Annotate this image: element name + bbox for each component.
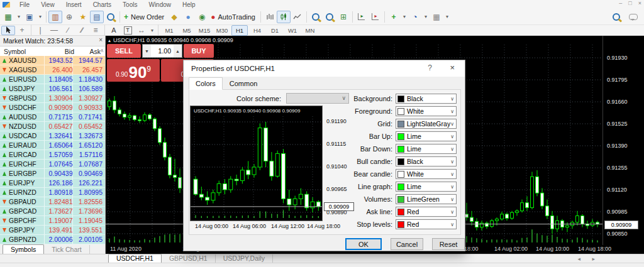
fibonacci-tool-icon[interactable]: ≡ (89, 26, 103, 35)
profiles-button[interactable]: ▣ (23, 11, 36, 23)
navigator-icon[interactable]: ★ (76, 11, 90, 23)
color-select-bear-candle[interactable]: White∨ (396, 169, 457, 179)
alerts-icon[interactable]: ◆ (167, 11, 181, 23)
market-watch-row[interactable]: XAUUSD1943.521944.57 (0, 56, 105, 65)
restore-icon[interactable]: □ (628, 0, 631, 6)
periods-dropdown-icon[interactable]: ▾ (422, 11, 430, 23)
channel-tool-icon[interactable]: ∕∕ (75, 26, 89, 35)
cursor-tool-icon[interactable] (1, 26, 15, 35)
arrows-tool-icon[interactable]: ↔ (135, 26, 148, 35)
data-window-icon[interactable]: ⊕ (62, 11, 76, 23)
community-icon[interactable]: ● (181, 11, 195, 23)
minimize-icon[interactable]: – (619, 0, 622, 6)
timeframe-mn[interactable]: MN (302, 25, 318, 36)
market-watch-row[interactable]: GBPUSD1.309041.30927 (0, 94, 105, 103)
column-symbol[interactable]: Symbol (0, 48, 45, 55)
color-select-grid[interactable]: LightSlateGray∨ (396, 119, 457, 129)
volume-up-icon[interactable]: ▲ (174, 45, 182, 57)
periods-button[interactable]: ◔ (408, 11, 422, 23)
market-watch-row[interactable]: USDCHF0.909090.90933 (0, 103, 105, 112)
trendline-tool-icon[interactable]: ∕ (61, 26, 75, 35)
text-tool-icon[interactable]: A (107, 26, 121, 35)
autotrading-button[interactable]: ● AutoTrading (209, 11, 258, 23)
market-watch-row[interactable]: GBPNZD2.000062.00105 (0, 235, 105, 244)
panel-tab-symbols[interactable]: Symbols (3, 244, 44, 254)
chat-icon[interactable] (629, 14, 638, 20)
arrows-dropdown-icon[interactable]: ▾ (148, 26, 156, 35)
color-select-stop-levels[interactable]: Red∨ (396, 219, 457, 229)
chart-tab-usdjpy-daily[interactable]: USDJPY,Daily (216, 254, 273, 263)
menu-file[interactable]: File (14, 1, 35, 8)
color-select-bar-down[interactable]: Lime∨ (396, 144, 457, 154)
market-watch-row[interactable]: EURCHF1.076451.07687 (0, 160, 105, 169)
timeframe-w1[interactable]: W1 (284, 25, 301, 36)
chart-shift-icon[interactable]: ▸ (369, 11, 382, 23)
menu-insert[interactable]: Insert (60, 1, 87, 8)
market-watch-row[interactable]: EURJPY126.186126.221 (0, 178, 105, 188)
menu-tools[interactable]: Tools (117, 1, 143, 8)
profiles-dropdown-icon[interactable]: ▾ (36, 11, 44, 23)
bar-chart-icon[interactable] (263, 11, 277, 23)
buy-button[interactable]: BUY (184, 44, 214, 58)
terminal-toggle-icon[interactable]: ▤ (90, 11, 104, 23)
sell-price-panel[interactable]: 0.90 90 9 (107, 59, 160, 82)
tab-scroll-arrows[interactable]: ◂ ▸ (577, 256, 600, 262)
horizontal-line-tool-icon[interactable]: — (47, 26, 61, 35)
dialog-help-icon[interactable]: ? (428, 63, 432, 72)
market-watch-row[interactable]: GBPCAD1.736271.73696 (0, 207, 105, 216)
chart-tab-gbpusd-h1[interactable]: GBPUSD,H1 (162, 254, 216, 263)
strategy-tester-icon[interactable] (104, 11, 118, 23)
market-watch-row[interactable]: EURCAD1.570591.57116 (0, 150, 105, 160)
zoom-in-icon[interactable] (309, 11, 323, 23)
market-watch-row[interactable]: EURNZD1.809181.80995 (0, 188, 105, 197)
dialog-tab-common[interactable]: Common (223, 77, 265, 90)
label-tool-icon[interactable]: T (121, 26, 135, 35)
scroll-up-icon[interactable]: ∧ (100, 48, 104, 53)
collapse-panel-icon[interactable]: ▴ (108, 38, 111, 43)
volume-value[interactable]: 1.00 (151, 45, 174, 57)
color-select-volumes[interactable]: LimeGreen∨ (396, 194, 457, 204)
column-bid[interactable]: Bid (45, 48, 74, 55)
sell-button[interactable]: SELL (107, 44, 141, 58)
vertical-line-tool-icon[interactable]: | (33, 26, 47, 35)
new-order-button[interactable]: + New Order (122, 11, 167, 23)
panel-tab-tick-chart[interactable]: Tick Chart (44, 245, 89, 254)
close-icon[interactable]: × (638, 0, 641, 6)
crosshair-tool-icon[interactable]: + (15, 26, 29, 35)
web-icon[interactable]: ◉ (195, 11, 209, 23)
timeframe-m5[interactable]: M5 (179, 25, 195, 36)
zoom-out-icon[interactable] (323, 11, 336, 23)
market-watch-row[interactable]: GBPAUD1.824811.82556 (0, 197, 105, 207)
market-watch-row[interactable]: USDCAD1.326411.32673 (0, 131, 105, 141)
timeframe-d1[interactable]: D1 (267, 25, 283, 36)
line-chart-icon[interactable] (291, 11, 304, 23)
dialog-close-icon[interactable]: × (450, 63, 455, 72)
indicators-dropdown-icon[interactable]: ▾ (401, 11, 408, 23)
market-watch-row[interactable]: GBPJPY139.491139.551 (0, 226, 105, 235)
color-select-foreground[interactable]: White∨ (396, 106, 457, 116)
market-watch-toggle-icon[interactable]: ▥ (48, 11, 62, 23)
timeframe-h4[interactable]: H4 (249, 25, 265, 36)
column-ask[interactable]: Ask (74, 48, 101, 55)
market-watch-row[interactable]: GBPCHF1.190071.19045 (0, 216, 105, 226)
tile-windows-icon[interactable]: ⊞ (336, 11, 350, 23)
new-chart-dropdown-icon[interactable]: ▾ (15, 11, 23, 23)
volume-down-icon[interactable]: ▼ (143, 45, 151, 57)
market-watch-row[interactable]: EURAUD1.650641.65120 (0, 141, 105, 150)
market-watch-row[interactable]: XAGUSD26.40026.457 (0, 65, 105, 75)
menu-view[interactable]: View (35, 1, 60, 8)
menu-help[interactable]: Help (177, 1, 201, 8)
market-watch-row[interactable]: EURUSD1.184051.18430 (0, 75, 105, 84)
color-select-line-graph[interactable]: Lime∨ (396, 182, 457, 192)
color-select-ask-line[interactable]: Red∨ (396, 207, 457, 217)
chart-tab-usdchf-h1[interactable]: USDCHF,H1 (108, 254, 162, 263)
market-watch-row[interactable]: USDJPY106.561106.589 (0, 84, 105, 94)
market-watch-row[interactable]: EURGBP0.904390.90469 (0, 169, 105, 178)
indicators-button[interactable]: + (387, 11, 401, 23)
cancel-button[interactable]: Cancel (391, 238, 423, 250)
color-select-bar-up[interactable]: Lime∨ (396, 131, 457, 141)
auto-scroll-icon[interactable]: ▸ (355, 11, 369, 23)
market-watch-close-icon[interactable]: × (99, 36, 103, 43)
ok-button[interactable]: OK (345, 238, 382, 250)
timeframe-m30[interactable]: M30 (214, 25, 230, 36)
